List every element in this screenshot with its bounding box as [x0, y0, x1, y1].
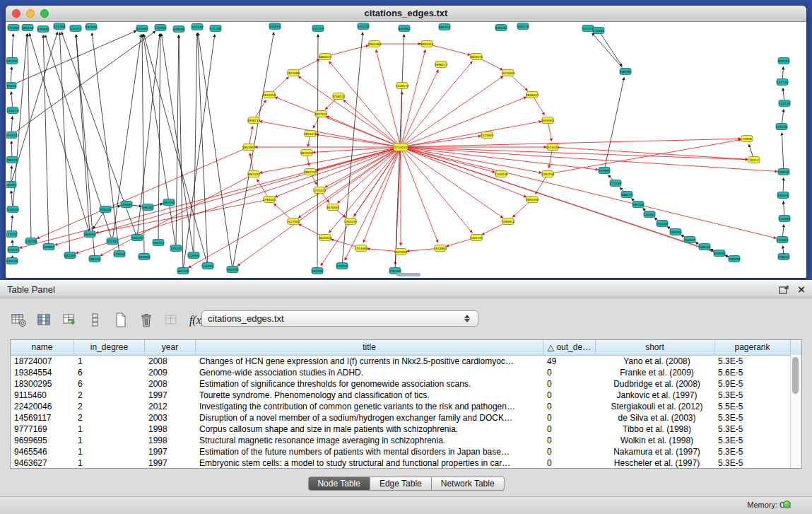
tab-network-table[interactable]: Network Table: [432, 477, 505, 491]
graph-node[interactable]: 1806447: [526, 92, 539, 98]
graph-node[interactable]: 127332: [6, 231, 17, 238]
graph-node[interactable]: 165204: [312, 268, 323, 274]
graph-node[interactable]: 1904360: [368, 41, 382, 47]
graph-node[interactable]: 924506: [714, 250, 725, 257]
graph-node[interactable]: 128406: [173, 26, 184, 33]
import-table-icon[interactable]: [61, 311, 79, 329]
graph-node[interactable]: 124509: [776, 124, 787, 130]
column-header[interactable]: pagerank: [714, 340, 791, 355]
table-row[interactable]: 1872400712008Changes of HCN gene express…: [11, 356, 801, 367]
zoom-window-button[interactable]: [40, 9, 49, 18]
new-table-icon[interactable]: [112, 311, 130, 329]
graph-node[interactable]: 1495758: [541, 171, 555, 177]
graph-node[interactable]: 103914: [336, 263, 348, 269]
graph-node[interactable]: 930759: [6, 258, 18, 264]
table-row[interactable]: 946362711997Embryonic stem cells: a mode…: [11, 457, 801, 469]
graph-node[interactable]: 214260: [54, 23, 65, 30]
graph-node[interactable]: 1605493: [526, 197, 539, 203]
column-header[interactable]: △ out_de…: [543, 340, 596, 355]
table-row[interactable]: 911546021997Tourette syndrome. Phenomeno…: [11, 390, 801, 401]
scrollbar-thumb[interactable]: [792, 357, 799, 394]
graph-node[interactable]: 1753481: [355, 245, 368, 252]
graph-node[interactable]: 134991: [155, 25, 166, 31]
graph-node[interactable]: 1860127: [319, 54, 332, 60]
graph-node[interactable]: 196302: [142, 204, 153, 211]
graph-node[interactable]: 126101: [777, 192, 789, 199]
graph-node[interactable]: 150153: [153, 240, 164, 246]
tab-edge-table[interactable]: Edge Table: [370, 477, 432, 491]
graph-node[interactable]: 1851470: [304, 131, 317, 137]
network-graph[interactable]: 1724032189102218045711675903180644716493…: [6, 22, 806, 278]
graph-node[interactable]: 186223: [22, 25, 33, 31]
graph-node[interactable]: 961103: [177, 268, 189, 274]
graph-node[interactable]: 145581: [121, 201, 132, 208]
column-header[interactable]: title: [196, 340, 543, 355]
column-header[interactable]: short: [596, 340, 714, 355]
graph-node[interactable]: 1891022: [420, 41, 434, 47]
graph-node[interactable]: 172054: [114, 251, 125, 257]
graph-node[interactable]: 161013: [657, 221, 668, 227]
graph-node[interactable]: 1320174: [396, 83, 409, 89]
graph-node[interactable]: 163055: [84, 231, 95, 238]
graph-node[interactable]: 110861: [777, 237, 788, 243]
graph-node[interactable]: 1867332: [247, 171, 261, 177]
graph-node[interactable]: 175431: [170, 245, 182, 252]
graph-node[interactable]: 1220439: [495, 171, 508, 177]
graph-node[interactable]: 1758120: [332, 93, 346, 100]
graph-node[interactable]: 1629301: [394, 249, 408, 255]
graph-node[interactable]: 164022: [684, 237, 695, 243]
graph-node[interactable]: 109520: [7, 206, 18, 213]
graph-node[interactable]: 1676344: [326, 204, 340, 211]
table-row[interactable]: 1938455462009Genome-wide association stu…: [11, 367, 801, 378]
graph-node[interactable]: 1585910: [502, 218, 515, 225]
graph-node[interactable]: 134063: [202, 263, 213, 269]
graph-node[interactable]: 190014: [89, 256, 100, 262]
column-header[interactable]: in_degree: [74, 340, 145, 355]
graph-node[interactable]: 1625440: [319, 235, 332, 241]
graph-node[interactable]: 572329: [358, 23, 369, 30]
graph-node[interactable]: 961351: [439, 24, 450, 30]
graph-node[interactable]: 109485: [670, 229, 681, 235]
graph-node[interactable]: 1649301: [541, 117, 555, 124]
graph-node[interactable]: 184930: [163, 199, 175, 206]
graph-node[interactable]: 1261173: [470, 235, 483, 241]
graph-node[interactable]: 16112: [748, 157, 760, 163]
graph-node[interactable]: 190216: [632, 201, 644, 208]
close-window-button[interactable]: [12, 9, 20, 18]
graph-node[interactable]: 154753: [312, 25, 324, 32]
column-header[interactable]: year: [145, 340, 196, 355]
graph-node[interactable]: 931852: [6, 58, 18, 64]
graph-node[interactable]: 127741: [777, 79, 788, 86]
graph-node[interactable]: 166784: [620, 69, 631, 75]
graph-node[interactable]: 171187: [210, 25, 221, 32]
graph-node[interactable]: 1936710: [247, 117, 261, 124]
close-panel-icon[interactable]: ×: [798, 281, 805, 298]
table-source-dropdown[interactable]: citations_edges.txt: [201, 310, 478, 327]
graph-node[interactable]: 1867103: [304, 169, 317, 175]
graph-node[interactable]: 1830202: [300, 150, 314, 156]
graph-node[interactable]: 157320: [192, 24, 203, 30]
select-rows-icon[interactable]: [86, 311, 105, 329]
graph-node[interactable]: 150462: [644, 211, 655, 218]
import-table-disabled-icon[interactable]: [163, 311, 181, 329]
tab-node-table[interactable]: Node Table: [307, 477, 370, 491]
select-columns-icon[interactable]: [35, 311, 54, 329]
graph-node[interactable]: 104173: [8, 247, 19, 253]
table-row[interactable]: 969969511998Structural magnetic resonanc…: [11, 435, 801, 446]
graph-node[interactable]: 115480: [593, 28, 604, 34]
graph-node[interactable]: 954013: [6, 132, 17, 139]
graph-node[interactable]: 15958: [741, 136, 753, 142]
graph-node[interactable]: 1853907: [242, 144, 256, 151]
graph-node[interactable]: 173319: [610, 180, 621, 187]
graph-node[interactable]: 122763: [107, 238, 118, 245]
graph-node[interactable]: 202005: [6, 182, 16, 188]
graph-node[interactable]: 109174: [517, 23, 529, 30]
table-row[interactable]: 1456911722003Disruption of a novel membe…: [11, 412, 801, 424]
graph-node[interactable]: 1527502: [287, 218, 300, 225]
graph-node[interactable]: 183940: [86, 24, 97, 30]
graph-node[interactable]: 1696117: [435, 62, 448, 68]
graph-node[interactable]: 265031: [6, 83, 16, 89]
graph-node[interactable]: 1321607: [481, 132, 494, 139]
graph-node[interactable]: 175030: [37, 26, 49, 33]
table-row[interactable]: 2242004622012Investigating the contribut…: [11, 401, 801, 412]
